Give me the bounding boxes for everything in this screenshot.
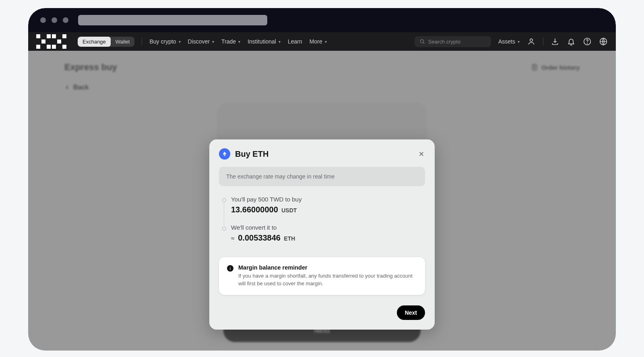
nav-assets[interactable]: Assets <box>498 38 520 45</box>
search-icon <box>419 39 425 44</box>
info-icon: i <box>227 265 233 272</box>
conversion-steps: You'll pay 500 TWD to buy 13.66000000 US… <box>219 196 425 252</box>
traffic-dot-red <box>40 17 46 23</box>
nav-trade[interactable]: Trade <box>221 38 240 45</box>
nav-more[interactable]: More <box>310 38 327 45</box>
margin-reminder-card: i Margin balance reminder If you have a … <box>219 257 425 295</box>
step-pay: You'll pay 500 TWD to buy 13.66000000 US… <box>222 196 425 224</box>
svg-point-0 <box>420 39 423 43</box>
browser-bar <box>28 8 616 32</box>
download-icon[interactable] <box>551 37 559 46</box>
user-icon[interactable] <box>527 37 536 46</box>
top-nav: Exchange Wallet Buy crypto Discover Trad… <box>28 32 616 51</box>
step-pay-amount: 13.66000000 <box>231 205 278 214</box>
svg-line-1 <box>423 43 425 44</box>
eth-icon <box>219 148 230 160</box>
device-frame: Exchange Wallet Buy crypto Discover Trad… <box>28 8 616 351</box>
url-bar[interactable] <box>78 15 267 25</box>
svg-point-2 <box>530 39 533 42</box>
modal-title: Buy ETH <box>235 149 413 159</box>
step-convert: We'll convert it to ≈ 0.00533846 ETH <box>222 224 425 252</box>
traffic-dot-green <box>63 17 68 23</box>
nav-buy-crypto[interactable]: Buy crypto <box>149 38 180 45</box>
svg-point-4 <box>587 43 588 44</box>
next-button[interactable]: Next <box>397 305 425 320</box>
step-convert-amount: 0.00533846 <box>238 233 281 242</box>
margin-reminder-body: If you have a margin shortfall, any fund… <box>238 272 417 288</box>
tab-wallet[interactable]: Wallet <box>111 37 135 47</box>
help-icon[interactable] <box>583 37 592 46</box>
step-pay-unit: USDT <box>281 207 297 214</box>
step-pay-label: You'll pay 500 TWD to buy <box>231 196 425 203</box>
nav-discover[interactable]: Discover <box>188 38 214 45</box>
step-convert-label: We'll convert it to <box>231 224 425 231</box>
margin-reminder-title: Margin balance reminder <box>238 264 417 271</box>
page-body: Express buy Order history Back Next <box>28 51 616 351</box>
buy-modal-wrap: Buy ETH The exchange rate may change in … <box>209 139 435 330</box>
nav-institutional[interactable]: Institutional <box>248 38 281 45</box>
nav-separator <box>142 37 142 46</box>
buy-modal: Buy ETH The exchange rate may change in … <box>209 139 435 330</box>
tab-exchange[interactable]: Exchange <box>78 37 111 47</box>
nav-separator <box>543 37 543 46</box>
mode-switch: Exchange Wallet <box>78 37 134 47</box>
globe-icon[interactable] <box>599 37 608 46</box>
traffic-dot-yellow <box>52 17 57 23</box>
rate-banner: The exchange rate may change in real tim… <box>219 167 425 186</box>
bell-icon[interactable] <box>567 37 576 46</box>
approx-symbol: ≈ <box>231 235 235 242</box>
okx-logo[interactable] <box>36 34 66 49</box>
step-convert-unit: ETH <box>284 235 295 242</box>
search-placeholder: Search crypto <box>428 39 460 45</box>
search-box[interactable]: Search crypto <box>415 36 491 47</box>
nav-learn[interactable]: Learn <box>288 38 302 45</box>
close-icon[interactable] <box>418 150 425 158</box>
